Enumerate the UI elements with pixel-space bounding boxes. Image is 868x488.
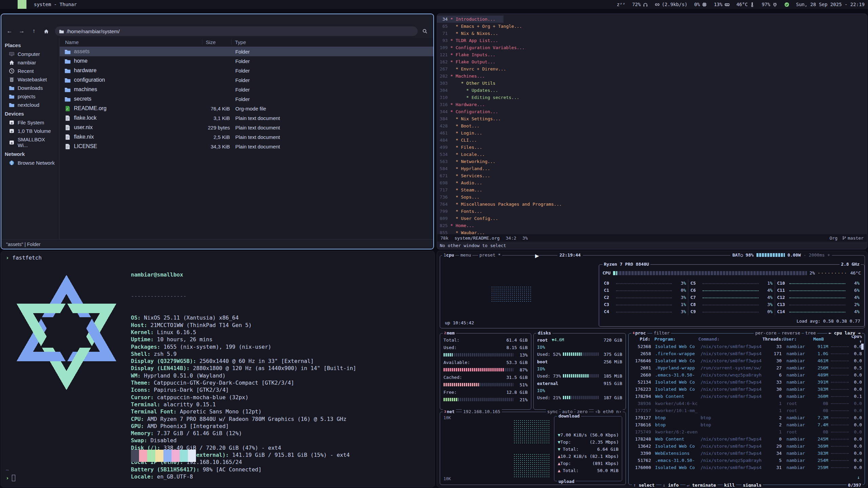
sidebar-place-item[interactable]: projects [1, 92, 59, 101]
footer-keybind[interactable]: signals [742, 483, 763, 487]
color-swatch [131, 450, 139, 462]
menu-item[interactable] [5, 18, 11, 20]
process-row[interactable]: 38936 kworker/u64:6-kc 1 root 0B 0.0 [629, 400, 865, 407]
footer-keybind[interactable]: ↑ select [632, 483, 656, 487]
file-row[interactable]: flake.nix 2,5 KiB Plain text document [60, 132, 433, 142]
workspace-button[interactable] [9, 0, 18, 9]
terminal-window[interactable]: › fastfetch nambiar@smallbox -----------… [1, 251, 435, 487]
menu-item[interactable] [20, 18, 26, 20]
col-user[interactable]: User: [784, 337, 809, 342]
col-command[interactable]: Command: [698, 337, 763, 342]
clock-date[interactable]: Sun, 28 Sep 2025 - 22:19 [796, 2, 865, 7]
process-row[interactable]: 178294 Web Content /nix/store/sm8fmrf3wp… [629, 393, 865, 400]
file-row[interactable]: user.nix 229 bytes Plain text document [60, 123, 433, 132]
core-row: C14 4% [775, 308, 862, 315]
menu-item[interactable] [12, 18, 18, 20]
sidebar-place-item[interactable]: Downloads [1, 84, 59, 92]
up-button[interactable]: ↑ [28, 26, 39, 36]
sidebar-place-item[interactable]: Wastebasket [1, 75, 59, 84]
path-bar[interactable]: /home/nambiar/system/ [55, 26, 418, 36]
sidebar-device-item[interactable]: File System [1, 118, 59, 127]
sidebar-place-item[interactable]: Computer [1, 50, 59, 58]
core-graph [789, 302, 845, 305]
process-command: btop [701, 415, 767, 420]
line-number: 316 [437, 102, 448, 107]
process-row[interactable]: 178616 btop btop 2 nambiar 7.4M 0.0 [629, 421, 865, 428]
file-row[interactable]: LICENSE 34,3 KiB Plain text document [60, 142, 433, 151]
col-pid[interactable]: Pid: [631, 337, 650, 342]
column-name[interactable]: Name [60, 39, 202, 45]
update-interval[interactable]: - 2000ms + [804, 252, 830, 258]
process-row[interactable]: 2658 .firefox-wrappe /nix/store/sm8fmrf3… [629, 350, 865, 357]
menu-item[interactable] [27, 18, 33, 20]
net-interface-switcher[interactable]: ‹b eth0 n› [594, 409, 623, 414]
process-row[interactable]: 177257 kworker/10:1-mm_ 1 root 0B 0.0 [629, 407, 865, 414]
file-row[interactable]: assets Folder [60, 47, 433, 56]
sidebar-place-item[interactable]: nambiar [1, 58, 59, 67]
process-row[interactable]: 176223 Isolated Web Co /nix/store/sm8fmr… [629, 386, 865, 393]
column-type[interactable]: Type [231, 39, 433, 45]
proc-per-core-button[interactable]: per-core [754, 330, 778, 336]
col-program[interactable]: Program: [654, 337, 698, 342]
process-row[interactable]: 51762 .emacs-31.0.50- /nix/store/wnqz5pa… [629, 457, 865, 464]
workspace-button[interactable] [18, 0, 26, 9]
menu-item[interactable] [42, 18, 48, 20]
proc-sort-selector[interactable]: ← cpu lazy → [827, 330, 862, 336]
process-row[interactable]: 52368 Isolated Web Co /nix/store/sm8fmrf… [629, 343, 865, 350]
proc-scrollbar-thumb[interactable] [861, 344, 864, 350]
footer-keybind[interactable]: ↵ terminate [686, 483, 717, 487]
process-row[interactable]: 2601 .Hyprland-wrapp /run/current-system… [629, 364, 865, 371]
proc-filter-button[interactable]: filter [652, 330, 671, 336]
process-row[interactable]: 179127 btop btop 2 nambiar 7.3M 0.0 [629, 414, 865, 421]
process-row[interactable]: 176000 Isolated Web Co /nix/store/sm8fmr… [629, 464, 865, 471]
column-size[interactable]: Size [202, 39, 231, 45]
color-swatch [163, 450, 172, 462]
volume-indicator[interactable]: 72% [632, 2, 648, 7]
tab-preset[interactable]: preset * [478, 252, 502, 258]
sidebar-device-item[interactable]: SMALLBOX Wi... [1, 135, 59, 149]
process-user: nambiar [786, 444, 813, 449]
footer-keybind[interactable]: kill [723, 483, 736, 487]
proc-tree-button[interactable]: tree [804, 330, 817, 336]
sidebar-device-item[interactable]: 1,0 TB Volume [1, 127, 59, 135]
file-name: LICENSE [74, 143, 97, 149]
back-button[interactable]: ← [4, 26, 15, 36]
file-row[interactable]: hardware Folder [60, 66, 433, 75]
home-button[interactable] [41, 26, 52, 36]
file-row[interactable]: secrets Folder [60, 94, 433, 104]
col-mem[interactable]: MemB [809, 337, 824, 342]
process-cpu: 0.0 [851, 444, 862, 449]
process-row[interactable]: 176646 Isolated Web Co /nix/store/sm8fmr… [629, 357, 865, 364]
battery-watts: 0.00W [788, 252, 801, 258]
tab-cpu[interactable]: 1cpu [442, 252, 455, 258]
workspace-button[interactable] [0, 0, 9, 9]
forward-button[interactable]: → [16, 26, 27, 36]
process-pid: 179127 [631, 415, 651, 420]
process-row[interactable]: 3390 WebExtensions /nix/store/sm8fmrf3wp… [629, 450, 865, 457]
process-row[interactable]: 178248 Web Content /nix/store/sm8fmrf3wp… [629, 435, 865, 443]
file-row[interactable]: machines Folder [60, 85, 433, 94]
sidebar-place-item[interactable]: nextcloud [1, 101, 59, 109]
idle-inhibitor[interactable]: zᶻᶻ [617, 2, 625, 7]
menu-item[interactable] [35, 18, 41, 20]
tab-menu[interactable]: menu [459, 252, 472, 258]
file-row[interactable]: home Folder [60, 56, 433, 66]
file-type: Org-mode file [231, 106, 433, 111]
footer-keybind[interactable]: ↓ info [662, 483, 680, 487]
file-row[interactable]: flake.lock 3,1 KiB Plain text document [60, 113, 433, 123]
process-row[interactable]: 13642 Isolated Web Co /nix/store/sm8fmrf… [629, 443, 865, 450]
memory-stat: Cached: 31.5 GiB 51% [440, 373, 531, 388]
search-button[interactable] [419, 26, 431, 36]
process-row[interactable]: 175749 kworker/6:2-even 1 root 0B 0.0 [629, 428, 865, 435]
col-threads[interactable]: Threads: [763, 337, 779, 342]
proc-reverse-button[interactable]: reverse [780, 330, 802, 336]
shell-prompt[interactable]: › [6, 475, 15, 481]
process-row[interactable]: 52134 Isolated Web Co /nix/store/sm8fmrf… [629, 379, 865, 386]
sidebar-network-item[interactable]: Browse Network [1, 159, 59, 167]
sidebar-place-item[interactable]: Recent [1, 67, 59, 75]
org-heading: * TLDR App List... [450, 38, 498, 43]
file-row[interactable]: README.org 76,4 KiB Org-mode file [60, 104, 433, 113]
file-row[interactable]: configuration Folder [60, 75, 433, 85]
network-indicator[interactable]: (2.9kb/s) [655, 2, 688, 7]
process-row[interactable]: 2660 .emacs-31.0.50- /nix/store/wnqz5pa8… [629, 371, 865, 379]
